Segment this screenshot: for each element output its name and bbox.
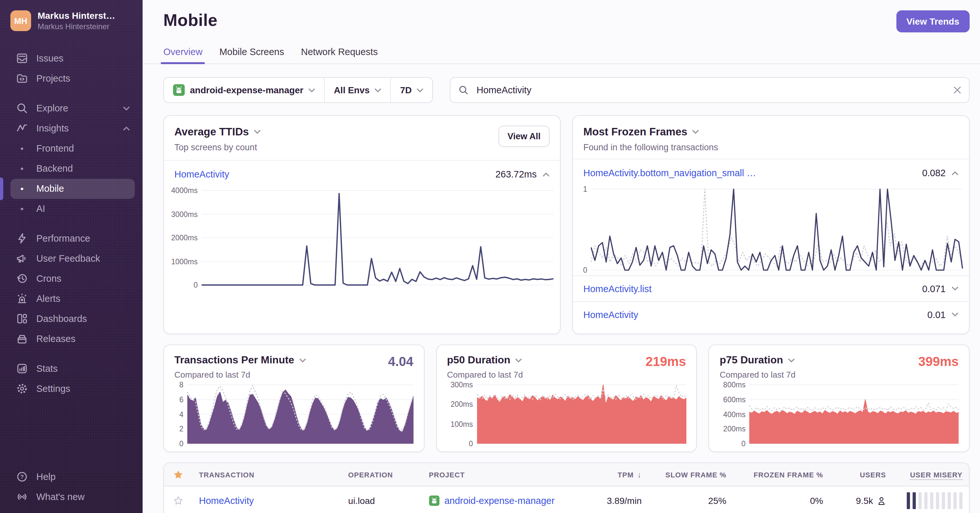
row-users: 9.5k (830, 486, 892, 513)
ttid-chart: 4000ms3000ms2000ms1000ms0 (164, 188, 560, 290)
siren-icon (16, 292, 29, 305)
sidebar-item-crons[interactable]: Crons (10, 268, 135, 289)
p50-value: 219ms (646, 354, 686, 369)
expand-chevron-down-icon[interactable] (951, 312, 959, 317)
sidebar-label: Backend (36, 163, 73, 173)
p75-duration-card: p75 Duration Compared to last 7d 399ms 8… (709, 345, 970, 452)
chevron-down-icon (515, 358, 522, 362)
row-project-link[interactable]: android-expense-manager (444, 496, 555, 506)
bullet-icon: • (16, 183, 29, 194)
sidebar-label: Help (36, 471, 56, 481)
frozen-transaction-link-1[interactable]: HomeActivity.bottom_navigation_small … (583, 168, 756, 178)
row-frozen-frame: 0% (733, 486, 830, 513)
most-frozen-frames-title[interactable]: Most Frozen Frames (583, 125, 718, 138)
sidebar-item-help[interactable]: ? Help (10, 466, 135, 486)
bullet-icon: • (16, 163, 29, 173)
sidebar-item-frontend[interactable]: • Frontend (10, 138, 135, 158)
frozen-transaction-link-3[interactable]: HomeActivity (583, 309, 638, 320)
sidebar-item-settings[interactable]: Settings (10, 379, 135, 399)
sidebar-item-mobile[interactable]: • Mobile (10, 178, 135, 199)
chevron-up-icon (123, 126, 130, 130)
gear-icon (16, 382, 29, 395)
col-slow-frame[interactable]: SLOW FRAME % (648, 470, 733, 478)
sidebar-label: Performance (36, 233, 90, 243)
sidebar-label: Insights (36, 123, 69, 133)
org-user-switcher[interactable]: MH Markus Hinterst… Markus Hintersteiner (10, 10, 136, 32)
sidebar-item-insights[interactable]: Insights (10, 118, 135, 138)
col-user-misery[interactable]: USER MISERY (892, 470, 969, 478)
row-transaction-link[interactable]: HomeActivity (199, 496, 254, 506)
chevron-down-icon (309, 88, 315, 92)
sidebar-item-issues[interactable]: Issues (10, 48, 135, 68)
col-frozen-frame[interactable]: FROZEN FRAME % (733, 470, 830, 478)
sidebar-nav: Issues Projects Explore (10, 48, 136, 466)
date-range-selector[interactable]: 7D (390, 78, 433, 102)
user-name: Markus Hintersteiner (38, 22, 115, 32)
environment-selector[interactable]: All Envs (324, 78, 390, 102)
sort-desc-icon: ↓ (635, 470, 642, 479)
frozen-value-1: 0.082 (922, 168, 946, 178)
sidebar-item-dashboards[interactable]: Dashboards (10, 309, 135, 329)
sidebar-item-whats-new[interactable]: What's new (10, 486, 135, 507)
tab-mobile-screens[interactable]: Mobile Screens (220, 47, 284, 64)
sidebar-item-projects[interactable]: Projects (10, 68, 135, 88)
sidebar-item-backend[interactable]: • Backend (10, 158, 135, 178)
sidebar-item-explore[interactable]: Explore (10, 98, 135, 118)
collapse-chevron-up-icon[interactable] (542, 172, 550, 176)
sidebar-item-releases[interactable]: Releases (10, 329, 135, 349)
sidebar-label: Issues (36, 53, 64, 64)
col-operation[interactable]: OPERATION (342, 470, 422, 478)
stats-icon (16, 362, 29, 375)
search-icon (16, 102, 29, 114)
ttid-transaction-link[interactable]: HomeActivity (174, 169, 229, 179)
p75-subtitle: Compared to last 7d (720, 370, 959, 380)
project-selector[interactable]: android-expense-manager (164, 78, 324, 102)
row-user-misery (892, 486, 969, 513)
ttid-value: 263.72ms (495, 169, 537, 179)
collapse-chevron-up-icon[interactable] (951, 171, 959, 175)
col-transaction[interactable]: TRANSACTION (192, 470, 342, 478)
tpm-subtitle: Compared to last 7d (174, 370, 413, 380)
avatar: MH (10, 11, 31, 32)
p50-subtitle: Compared to last 7d (447, 370, 686, 380)
chevron-down-icon (123, 106, 130, 110)
sidebar-item-alerts[interactable]: Alerts (10, 289, 135, 309)
sidebar-item-performance[interactable]: Performance (10, 228, 135, 248)
star-column-header[interactable] (164, 469, 192, 480)
tab-overview[interactable]: Overview (163, 47, 202, 64)
average-ttids-title[interactable]: Average TTIDs (174, 125, 261, 138)
frozen-transaction-link-2[interactable]: HomeActivity.list (583, 283, 652, 294)
search-input[interactable] (475, 84, 947, 96)
col-users[interactable]: USERS (830, 470, 892, 478)
p50-duration-card: p50 Duration Compared to last 7d 219ms 3… (436, 345, 697, 452)
row-tpm: 3.89/min (568, 486, 648, 513)
expand-chevron-down-icon[interactable] (951, 286, 959, 291)
sidebar-item-stats[interactable]: Stats (10, 359, 135, 379)
table-header: TRANSACTION OPERATION PROJECT TPM ↓ SLOW… (164, 463, 969, 486)
average-ttids-subtitle: Top screens by count (174, 143, 261, 152)
sidebar-item-ai[interactable]: • AI (10, 199, 135, 219)
project-selector-value: android-expense-manager (190, 85, 303, 95)
sidebar-item-user-feedback[interactable]: User Feedback (10, 248, 135, 268)
issues-icon (16, 52, 29, 65)
favorite-star-icon[interactable] (164, 486, 192, 513)
view-trends-button[interactable]: View Trends (896, 10, 970, 32)
p75-chart: 800ms600ms400ms200ms0 (720, 385, 959, 444)
col-project[interactable]: PROJECT (422, 470, 568, 478)
sidebar: MH Markus Hinterst… Markus Hintersteiner… (0, 0, 143, 513)
search-icon (458, 85, 469, 95)
chevron-down-icon (692, 130, 699, 134)
tab-network-requests[interactable]: Network Requests (301, 47, 378, 64)
frozen-frames-chart: 10 (573, 187, 969, 275)
view-all-button[interactable]: View All (498, 125, 550, 147)
releases-icon (16, 332, 29, 345)
most-frozen-frames-subtitle: Found in the following transactions (583, 143, 718, 152)
row-operation: ui.load (342, 486, 422, 513)
chevron-down-icon (375, 88, 382, 92)
clear-search-icon[interactable] (953, 86, 961, 94)
tpm-chart: 86420 (174, 385, 413, 444)
transactions-table: TRANSACTION OPERATION PROJECT TPM ↓ SLOW… (163, 462, 970, 513)
tpm-title[interactable]: Transactions Per Minute (174, 354, 413, 366)
sidebar-label: Settings (36, 383, 70, 394)
col-tpm[interactable]: TPM ↓ (568, 470, 648, 479)
